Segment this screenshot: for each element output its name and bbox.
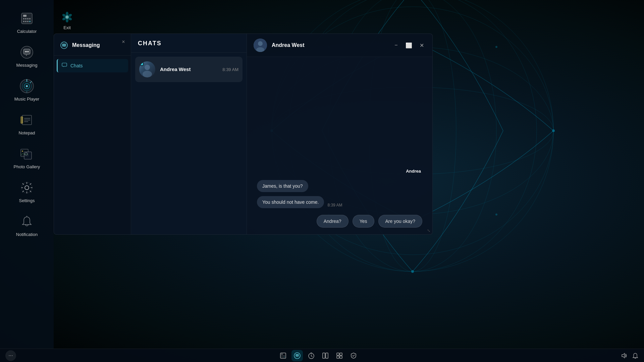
svg-rect-64 [282, 355, 283, 356]
sidebar-item-label-notepad: Notepad [18, 130, 35, 135]
taskbar-volume-icon[interactable] [621, 352, 627, 359]
svg-rect-62 [281, 354, 283, 355]
music-player-icon [18, 78, 35, 95]
messaging-window: Messaging × Chats CHATS [54, 34, 433, 235]
sidebar-item-calculator[interactable]: Calculator [5, 7, 49, 37]
svg-point-59 [258, 41, 263, 46]
taskbar-panel-btn[interactable] [320, 350, 331, 361]
chat-avatar-andrea [139, 61, 155, 77]
chat-messages-area: Andrea James, is that you? You should no… [247, 57, 432, 215]
svg-rect-24 [29, 21, 31, 22]
svg-point-10 [552, 129, 555, 132]
svg-point-27 [26, 51, 28, 52]
svg-rect-78 [340, 356, 342, 358]
svg-point-56 [145, 65, 150, 70]
sidebar-item-messaging[interactable]: Messaging [5, 41, 49, 71]
svg-rect-34 [21, 117, 23, 123]
taskbar-shield-btn[interactable] [348, 350, 359, 361]
sidebar-item-label-calculator: Calculator [17, 29, 37, 34]
svg-rect-68 [282, 357, 283, 357]
svg-rect-23 [27, 21, 29, 22]
sender-label: Andrea [406, 169, 421, 174]
chat-time: 8:39 AM [222, 67, 238, 72]
svg-point-12 [495, 46, 497, 48]
svg-rect-15 [21, 13, 32, 24]
message-time: 8:39 AM [327, 203, 342, 207]
quick-replies: Andrea? Yes Are you okay? [247, 215, 432, 234]
sidebar-item-photo-gallery[interactable]: Photo Gallery [5, 142, 49, 173]
svg-rect-18 [25, 18, 26, 19]
chats-nav-label: Chats [70, 63, 83, 68]
svg-rect-21 [23, 21, 24, 22]
messaging-sidebar-icon [59, 41, 69, 50]
chat-info: Andrea West [160, 66, 218, 72]
sidebar-item-label-messaging: Messaging [16, 63, 38, 68]
messaging-sidebar: Messaging × Chats [54, 34, 131, 234]
taskbar-notification-icon[interactable] [632, 352, 639, 359]
exit-flower-icon [60, 10, 74, 24]
svg-rect-77 [337, 356, 339, 358]
svg-rect-65 [283, 355, 284, 356]
svg-point-14 [495, 214, 497, 216]
svg-rect-66 [284, 355, 285, 356]
taskbar-timer-btn[interactable] [306, 350, 317, 361]
notification-icon [18, 213, 35, 230]
taskbar-grid-btn[interactable] [334, 350, 345, 361]
messaging-title: Messaging [72, 42, 100, 48]
sidebar-item-label-photo-gallery: Photo Gallery [14, 164, 40, 169]
messaging-sidebar-header: Messaging × [54, 34, 131, 56]
notepad-icon [18, 112, 35, 128]
quick-reply-andrea[interactable]: Andrea? [317, 215, 348, 228]
chat-window: Andrea West − ⬜ ✕ Andrea James, is that … [247, 34, 432, 234]
message-bubble-2: You should not have come. [257, 196, 324, 208]
svg-point-47 [66, 12, 68, 16]
taskbar-left: ··· [5, 350, 16, 361]
exit-button[interactable]: Exit [60, 10, 74, 30]
chat-contact-name: Andrea West [160, 66, 191, 72]
photo-gallery-icon [18, 145, 35, 162]
chat-window-avatar [254, 39, 267, 52]
taskbar-dots-button[interactable]: ··· [5, 350, 16, 361]
calculator-icon [18, 10, 35, 27]
chat-window-header: Andrea West − ⬜ ✕ [247, 34, 432, 57]
svg-rect-69 [283, 357, 284, 357]
exit-label: Exit [63, 25, 71, 30]
maximize-button[interactable]: ⬜ [405, 41, 413, 49]
taskbar-right [621, 352, 639, 359]
chat-item-andrea-west[interactable]: Andrea West 8:39 AM [135, 57, 243, 82]
quick-reply-okay[interactable]: Are you okay? [378, 215, 423, 228]
chat-window-contact-name: Andrea West [272, 42, 387, 48]
close-button[interactable]: ✕ [418, 41, 426, 49]
taskbar-dots-icon: ··· [8, 353, 13, 359]
taskbar-center [16, 350, 621, 361]
svg-rect-74 [326, 353, 328, 358]
minimize-button[interactable]: − [392, 41, 400, 49]
svg-rect-16 [23, 15, 26, 17]
sidebar-item-notification[interactable]: Notification [5, 210, 49, 240]
svg-rect-67 [281, 357, 282, 357]
taskbar: ··· [0, 349, 644, 362]
sidebar: Calculator Messaging M [0, 0, 54, 349]
taskbar-messaging-btn[interactable] [291, 350, 303, 361]
message-bubble-1: James, is that you? [257, 180, 308, 192]
nav-item-chats[interactable]: Chats [57, 59, 128, 72]
online-indicator [140, 62, 144, 66]
chats-nav-icon [62, 62, 67, 69]
taskbar-calculator-btn[interactable] [277, 350, 289, 361]
svg-point-43 [25, 186, 29, 190]
svg-rect-63 [281, 355, 282, 356]
resize-handle[interactable]: ⤡ [427, 228, 430, 233]
sidebar-item-music-player[interactable]: Music Player [5, 74, 49, 105]
svg-rect-76 [340, 353, 342, 355]
svg-point-50 [66, 18, 68, 22]
messaging-sidebar-close[interactable]: × [119, 38, 127, 46]
sidebar-item-settings[interactable]: Settings [5, 176, 49, 206]
quick-reply-yes[interactable]: Yes [353, 215, 374, 228]
svg-point-57 [143, 71, 152, 77]
sidebar-item-notepad[interactable]: Notepad [5, 108, 49, 139]
svg-rect-70 [284, 357, 285, 357]
svg-point-26 [25, 51, 26, 52]
svg-rect-75 [337, 353, 339, 355]
message-row-2: You should not have come. 8:39 AM [257, 196, 422, 208]
messaging-icon [18, 44, 35, 61]
